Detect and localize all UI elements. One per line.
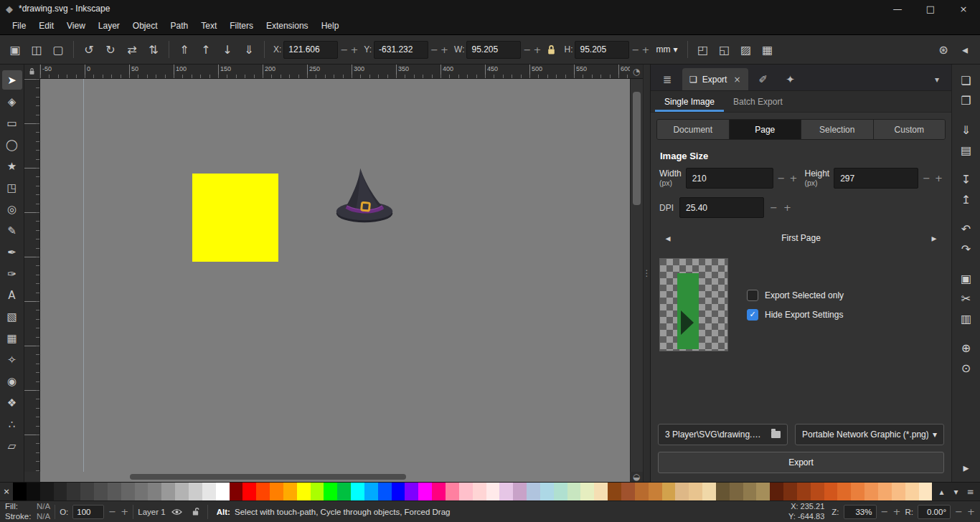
color-swatch[interactable] [635, 483, 649, 500]
export-button[interactable]: Export [658, 452, 944, 473]
export-dialog-button[interactable]: ↥ [956, 189, 977, 209]
canvas-rotation-widget[interactable]: ◔ [630, 65, 643, 79]
color-swatch[interactable] [864, 483, 878, 500]
scale-corners-toggle[interactable]: ◱ [714, 39, 735, 60]
vertical-scrollbar[interactable] [630, 79, 643, 472]
w-increment[interactable]: + [533, 44, 541, 55]
color-swatch[interactable] [148, 483, 161, 500]
open-document-button[interactable]: ❐ [956, 90, 977, 110]
color-swatch[interactable] [486, 483, 500, 500]
spray-tool[interactable]: ∴ [2, 414, 22, 434]
raise-to-top-button[interactable]: ⇑ [174, 39, 195, 60]
lock-ratio-icon[interactable] [542, 40, 560, 59]
y-increment[interactable]: + [440, 44, 448, 55]
color-swatch[interactable] [567, 483, 581, 500]
copy-button[interactable]: ▣ [956, 268, 977, 288]
cut-button[interactable]: ✂ [956, 288, 977, 308]
h-decrement[interactable]: − [631, 44, 639, 55]
color-swatch[interactable] [851, 483, 864, 500]
objects-panel-tab[interactable]: ≣ [655, 68, 679, 90]
vertical-ruler[interactable] [24, 79, 40, 472]
layer-visibility-icon[interactable] [170, 508, 184, 516]
color-swatch[interactable] [270, 483, 283, 500]
color-swatch[interactable] [892, 483, 905, 500]
color-swatch[interactable] [730, 483, 743, 500]
color-swatch[interactable] [554, 483, 567, 500]
color-swatch[interactable] [919, 483, 933, 500]
eraser-tool[interactable]: ▱ [2, 436, 22, 455]
redo-button[interactable]: ↷ [956, 239, 977, 259]
color-swatch[interactable] [743, 483, 757, 500]
move-gradients-toggle[interactable]: ▨ [735, 39, 757, 60]
export-option-row[interactable]: ✓ Hide Export Settings [747, 309, 844, 321]
export-area-tab[interactable]: Custom [874, 120, 946, 139]
color-swatch[interactable] [405, 483, 418, 500]
color-swatch[interactable] [54, 483, 67, 500]
color-swatch[interactable] [459, 483, 473, 500]
color-swatch[interactable] [230, 483, 243, 500]
export-area-tab[interactable]: Page [730, 120, 802, 139]
color-swatch[interactable] [432, 483, 446, 500]
color-swatch[interactable] [121, 483, 135, 500]
zoom-input[interactable]: 33% [844, 505, 877, 519]
export-tab-close-icon[interactable]: × [733, 75, 740, 85]
h-increment[interactable]: + [641, 44, 649, 55]
color-swatch[interactable] [797, 483, 811, 500]
color-swatch[interactable] [662, 483, 676, 500]
prev-page-button[interactable]: ◂ [658, 228, 678, 248]
h-input[interactable]: 95.205 [575, 41, 629, 59]
color-swatch[interactable] [13, 483, 27, 500]
move-patterns-toggle[interactable]: ▦ [757, 39, 778, 60]
menu-item[interactable]: Filters [223, 19, 260, 33]
color-swatch[interactable] [878, 483, 892, 500]
export-mode-tab[interactable]: Batch Export [724, 91, 792, 112]
close-button[interactable]: × [947, 0, 980, 17]
color-swatch[interactable] [108, 483, 121, 500]
lower-button[interactable]: ↓ [217, 39, 238, 60]
export-format-dropdown[interactable]: Portable Network Graphic (*.png) ▾ [795, 424, 944, 445]
rotate-ccw-button[interactable]: ↺ [78, 39, 100, 60]
width-input[interactable]: 210 [686, 168, 773, 189]
y-input[interactable]: -631.232 [374, 41, 428, 59]
y-decrement[interactable]: − [430, 44, 438, 55]
checkbox[interactable]: ✓ [747, 309, 758, 321]
color-swatch[interactable] [311, 483, 324, 500]
color-swatch[interactable] [337, 483, 351, 500]
width-increment[interactable]: + [790, 173, 798, 184]
checkbox[interactable]: ✓ [747, 290, 758, 301]
color-swatch[interactable] [716, 483, 730, 500]
menu-item[interactable]: Edit [32, 19, 60, 33]
w-input[interactable]: 95.205 [466, 41, 521, 59]
vertical-scrollbar-thumb[interactable] [633, 92, 641, 205]
color-swatch[interactable] [621, 483, 635, 500]
color-swatch[interactable] [905, 483, 919, 500]
guide-lock-icon[interactable] [24, 65, 40, 79]
color-swatch[interactable] [811, 483, 824, 500]
dropper-tool[interactable]: ✧ [2, 350, 22, 369]
panel-resize-grip[interactable]: ⋮ [643, 65, 650, 482]
expand-commands-icon[interactable]: ▸ [956, 457, 977, 478]
spiral-tool[interactable]: ◎ [2, 199, 22, 219]
raise-button[interactable]: ↑ [195, 39, 217, 60]
menu-item[interactable]: View [60, 19, 92, 33]
export-option-row[interactable]: ✓ Export Selected only [747, 290, 844, 301]
menu-item[interactable]: Layer [92, 19, 126, 33]
snap-bar-collapse-icon[interactable]: ◂ [954, 39, 976, 60]
export-filename-field[interactable]: 3 Player\SVG\drawing.png [658, 424, 788, 445]
export-tab[interactable]: ❏ Export × [682, 68, 748, 90]
tweak-tool[interactable]: ❖ [2, 393, 22, 412]
selector-tool[interactable]: ➤ [2, 70, 22, 90]
color-swatch[interactable] [513, 483, 527, 500]
color-swatch[interactable] [324, 483, 337, 500]
gradient-tool[interactable]: ▧ [2, 307, 22, 326]
snap-controls-icon[interactable]: ⊛ [933, 39, 954, 60]
ellipse-tool[interactable]: ◯ [2, 135, 22, 154]
fill-stroke-indicator[interactable]: Fill:N/A Stroke:N/A [5, 502, 50, 522]
layer-lock-icon[interactable] [189, 507, 203, 516]
fill-stroke-panel-tab[interactable]: ✐ [751, 68, 776, 90]
select-all-layers-button[interactable]: ◫ [26, 39, 47, 60]
color-swatch[interactable] [689, 483, 702, 500]
flip-vertical-button[interactable]: ⇅ [143, 39, 164, 60]
dock-collapse-icon[interactable]: ▾ [927, 68, 947, 90]
menu-item[interactable]: Help [315, 19, 346, 33]
